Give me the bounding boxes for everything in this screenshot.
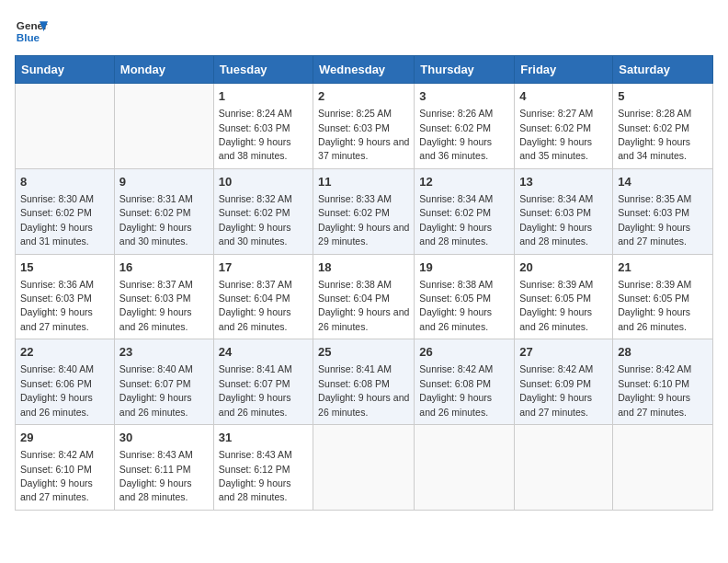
calendar-day-cell: 29Sunrise: 8:42 AMSunset: 6:10 PMDayligh…: [16, 425, 115, 511]
day-number: 18: [318, 259, 409, 276]
calendar-body: 1Sunrise: 8:24 AMSunset: 6:03 PMDaylight…: [16, 84, 713, 511]
empty-cell: [16, 84, 115, 169]
calendar-day-cell: 24Sunrise: 8:41 AMSunset: 6:07 PMDayligh…: [213, 339, 313, 425]
calendar-day-cell: 16Sunrise: 8:37 AMSunset: 6:03 PMDayligh…: [114, 254, 213, 339]
day-number: 26: [419, 344, 509, 361]
calendar-day-cell: 30Sunrise: 8:43 AMSunset: 6:11 PMDayligh…: [114, 425, 213, 511]
day-number: 29: [20, 430, 109, 446]
logo-icon: General Blue: [15, 15, 48, 48]
day-number: 25: [318, 344, 409, 361]
calendar-day-cell: 22Sunrise: 8:40 AMSunset: 6:06 PMDayligh…: [16, 339, 115, 425]
day-info: Sunrise: 8:40 AMSunset: 6:07 PMDaylight:…: [119, 363, 193, 417]
day-number: 28: [618, 344, 708, 361]
day-number: 24: [219, 344, 308, 361]
day-number: 31: [219, 430, 308, 446]
day-info: Sunrise: 8:37 AMSunset: 6:03 PMDaylight:…: [119, 279, 193, 332]
day-number: 12: [419, 174, 509, 190]
calendar-day-cell: 4Sunrise: 8:27 AMSunset: 6:02 PMDaylight…: [515, 84, 613, 169]
column-header-sunday: Sunday: [16, 56, 115, 84]
day-info: Sunrise: 8:41 AMSunset: 6:07 PMDaylight:…: [219, 363, 292, 417]
day-info: Sunrise: 8:38 AMSunset: 6:04 PMDaylight:…: [318, 279, 409, 332]
day-info: Sunrise: 8:43 AMSunset: 6:11 PMDaylight:…: [119, 449, 193, 502]
day-info: Sunrise: 8:34 AMSunset: 6:02 PMDaylight:…: [419, 193, 493, 247]
calendar-day-cell: 13Sunrise: 8:34 AMSunset: 6:03 PMDayligh…: [515, 168, 613, 254]
day-number: 1: [219, 88, 308, 105]
day-number: 22: [20, 344, 109, 361]
logo: General Blue: [15, 15, 48, 48]
column-header-saturday: Saturday: [613, 56, 713, 84]
calendar-week-row: 22Sunrise: 8:40 AMSunset: 6:06 PMDayligh…: [16, 339, 713, 425]
empty-cell: [515, 425, 613, 511]
day-number: 13: [519, 174, 608, 190]
calendar-table: SundayMondayTuesdayWednesdayThursdayFrid…: [15, 55, 713, 511]
calendar-day-cell: 2Sunrise: 8:25 AMSunset: 6:03 PMDaylight…: [313, 84, 415, 169]
page-header: General Blue: [15, 15, 713, 48]
day-number: 4: [519, 88, 608, 105]
calendar-day-cell: 19Sunrise: 8:38 AMSunset: 6:05 PMDayligh…: [415, 254, 515, 339]
day-info: Sunrise: 8:38 AMSunset: 6:05 PMDaylight:…: [419, 279, 493, 332]
calendar-day-cell: 15Sunrise: 8:36 AMSunset: 6:03 PMDayligh…: [16, 254, 115, 339]
column-header-wednesday: Wednesday: [313, 56, 415, 84]
day-number: 21: [618, 259, 708, 276]
calendar-header-row: SundayMondayTuesdayWednesdayThursdayFrid…: [16, 56, 713, 84]
day-info: Sunrise: 8:42 AMSunset: 6:09 PMDaylight:…: [519, 363, 593, 417]
day-info: Sunrise: 8:41 AMSunset: 6:08 PMDaylight:…: [318, 363, 409, 417]
day-number: 9: [119, 174, 209, 190]
day-number: 19: [419, 259, 509, 276]
calendar-day-cell: 12Sunrise: 8:34 AMSunset: 6:02 PMDayligh…: [415, 168, 515, 254]
column-header-thursday: Thursday: [415, 56, 515, 84]
calendar-day-cell: 1Sunrise: 8:24 AMSunset: 6:03 PMDaylight…: [213, 84, 313, 169]
day-info: Sunrise: 8:39 AMSunset: 6:05 PMDaylight:…: [618, 279, 691, 332]
day-info: Sunrise: 8:32 AMSunset: 6:02 PMDaylight:…: [219, 193, 292, 247]
day-info: Sunrise: 8:30 AMSunset: 6:02 PMDaylight:…: [20, 193, 94, 247]
day-info: Sunrise: 8:37 AMSunset: 6:04 PMDaylight:…: [219, 279, 292, 332]
day-info: Sunrise: 8:42 AMSunset: 6:10 PMDaylight:…: [20, 449, 94, 502]
calendar-day-cell: 27Sunrise: 8:42 AMSunset: 6:09 PMDayligh…: [515, 339, 613, 425]
column-header-friday: Friday: [515, 56, 613, 84]
calendar-week-row: 1Sunrise: 8:24 AMSunset: 6:03 PMDaylight…: [16, 84, 713, 169]
day-info: Sunrise: 8:33 AMSunset: 6:02 PMDaylight:…: [318, 193, 409, 247]
day-number: 16: [119, 259, 209, 276]
calendar-week-row: 29Sunrise: 8:42 AMSunset: 6:10 PMDayligh…: [16, 425, 713, 511]
day-number: 27: [519, 344, 608, 361]
day-number: 20: [519, 259, 608, 276]
day-number: 11: [318, 174, 409, 190]
calendar-day-cell: 21Sunrise: 8:39 AMSunset: 6:05 PMDayligh…: [613, 254, 713, 339]
calendar-day-cell: 20Sunrise: 8:39 AMSunset: 6:05 PMDayligh…: [515, 254, 613, 339]
calendar-day-cell: 17Sunrise: 8:37 AMSunset: 6:04 PMDayligh…: [213, 254, 313, 339]
calendar-day-cell: 25Sunrise: 8:41 AMSunset: 6:08 PMDayligh…: [313, 339, 415, 425]
day-number: 17: [219, 259, 308, 276]
calendar-day-cell: 8Sunrise: 8:30 AMSunset: 6:02 PMDaylight…: [16, 168, 115, 254]
calendar-day-cell: 10Sunrise: 8:32 AMSunset: 6:02 PMDayligh…: [213, 168, 313, 254]
calendar-day-cell: 9Sunrise: 8:31 AMSunset: 6:02 PMDaylight…: [114, 168, 213, 254]
day-info: Sunrise: 8:42 AMSunset: 6:10 PMDaylight:…: [618, 363, 691, 417]
empty-cell: [415, 425, 515, 511]
calendar-day-cell: 14Sunrise: 8:35 AMSunset: 6:03 PMDayligh…: [613, 168, 713, 254]
calendar-day-cell: 3Sunrise: 8:26 AMSunset: 6:02 PMDaylight…: [415, 84, 515, 169]
day-info: Sunrise: 8:24 AMSunset: 6:03 PMDaylight:…: [219, 108, 292, 161]
calendar-day-cell: 26Sunrise: 8:42 AMSunset: 6:08 PMDayligh…: [415, 339, 515, 425]
empty-cell: [613, 425, 713, 511]
day-number: 8: [20, 174, 109, 190]
empty-cell: [114, 84, 213, 169]
day-info: Sunrise: 8:39 AMSunset: 6:05 PMDaylight:…: [519, 279, 593, 332]
day-number: 23: [119, 344, 209, 361]
day-info: Sunrise: 8:43 AMSunset: 6:12 PMDaylight:…: [219, 449, 292, 502]
day-info: Sunrise: 8:35 AMSunset: 6:03 PMDaylight:…: [618, 193, 691, 247]
day-info: Sunrise: 8:34 AMSunset: 6:03 PMDaylight:…: [519, 193, 593, 247]
day-info: Sunrise: 8:31 AMSunset: 6:02 PMDaylight:…: [119, 193, 193, 247]
calendar-day-cell: 5Sunrise: 8:28 AMSunset: 6:02 PMDaylight…: [613, 84, 713, 169]
calendar-week-row: 8Sunrise: 8:30 AMSunset: 6:02 PMDaylight…: [16, 168, 713, 254]
calendar-day-cell: 11Sunrise: 8:33 AMSunset: 6:02 PMDayligh…: [313, 168, 415, 254]
calendar-week-row: 15Sunrise: 8:36 AMSunset: 6:03 PMDayligh…: [16, 254, 713, 339]
day-number: 14: [618, 174, 708, 190]
day-number: 2: [318, 88, 409, 105]
day-info: Sunrise: 8:28 AMSunset: 6:02 PMDaylight:…: [618, 108, 691, 161]
svg-text:Blue: Blue: [17, 31, 40, 43]
day-number: 3: [419, 88, 509, 105]
day-number: 5: [618, 88, 708, 105]
column-header-monday: Monday: [114, 56, 213, 84]
day-info: Sunrise: 8:27 AMSunset: 6:02 PMDaylight:…: [519, 108, 593, 161]
day-info: Sunrise: 8:42 AMSunset: 6:08 PMDaylight:…: [419, 363, 493, 417]
calendar-day-cell: 18Sunrise: 8:38 AMSunset: 6:04 PMDayligh…: [313, 254, 415, 339]
